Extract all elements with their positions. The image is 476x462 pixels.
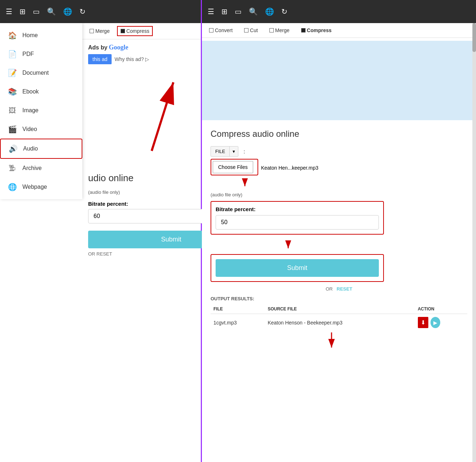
page-title-left: udio online	[88, 173, 195, 184]
sidebar-item-pdf[interactable]: 📄 PDF	[0, 45, 82, 64]
right-grid-icon[interactable]: ⊞	[221, 7, 228, 16]
document-icon: 📝	[7, 68, 17, 78]
sidebar-label-pdf: PDF	[22, 51, 34, 57]
compress-right-tab-label: Compress	[307, 27, 332, 33]
page-title-right: Compress audio online	[211, 129, 467, 139]
right-tabs: Convert Cut Merge Compress	[202, 23, 476, 38]
left-tabs: Merge Compress	[82, 23, 201, 39]
choose-files-wrapper: Choose Files	[211, 159, 258, 175]
sidebar-item-ebook[interactable]: 📚 Ebook	[0, 82, 82, 101]
translate-icon[interactable]: 🌐	[63, 7, 72, 16]
sidebar-label-ebook: Ebook	[22, 88, 39, 95]
sidebar-item-archive[interactable]: 🗜 Archive	[0, 159, 82, 178]
scrollbar[interactable]	[472, 23, 476, 462]
submit-arrow	[283, 240, 294, 251]
sidebar-label-audio: Audio	[23, 145, 38, 152]
file-colon: :	[243, 149, 245, 154]
pdf-icon: 📄	[7, 49, 17, 59]
tab-merge[interactable]: Merge	[87, 26, 113, 36]
refresh-icon[interactable]: ↻	[79, 7, 86, 16]
bitrate-box: Bitrate percent:	[211, 201, 384, 235]
output-file: 1cgvt.mp3	[211, 314, 265, 331]
left-main-content: Ads by Google this ad Why this ad? ▷ udi…	[82, 39, 201, 261]
cut-tab-label: Cut	[250, 27, 258, 33]
arrow-area	[88, 71, 195, 158]
output-source: Keaton Henson - Beekeeper.mp3	[265, 314, 415, 331]
compress-tab-label: Compress	[126, 28, 150, 34]
merge-checkbox	[90, 29, 94, 33]
tab-merge-right[interactable]: Merge	[267, 26, 293, 35]
search-icon[interactable]: 🔍	[47, 7, 56, 16]
bitrate-label-left: Bitrate percent:	[88, 201, 195, 207]
compress-checkbox	[121, 29, 125, 33]
right-toolbar: ☰ ⊞ ▭ 🔍 🌐 ↻	[202, 0, 476, 23]
play-button[interactable]: ▶	[430, 317, 440, 328]
file-btn-group: FILE ▾	[211, 146, 238, 157]
right-tablet-icon[interactable]: ▭	[235, 7, 242, 16]
submit-box: Submit	[211, 254, 384, 282]
sidebar-item-audio[interactable]: 🔊 Audio	[0, 139, 82, 159]
tab-compress-right[interactable]: Compress	[298, 26, 334, 35]
or-reset-left: OR RESET	[88, 251, 195, 257]
output-row: 1cgvt.mp3 Keaton Henson - Beekeeper.mp3 …	[211, 314, 467, 331]
right-hamburger-icon[interactable]: ☰	[208, 7, 214, 16]
sidebar-item-webpage[interactable]: 🌐 Webpage	[0, 178, 82, 196]
reset-link[interactable]: RESET	[337, 286, 352, 292]
file-dropdown[interactable]: ▾	[230, 147, 238, 156]
chosen-file-name: Keaton Hen...keeper.mp3	[261, 165, 319, 171]
download-button[interactable]: ⬇	[418, 317, 428, 328]
tab-compress[interactable]: Compress	[117, 26, 153, 36]
annotation-arrow-left	[116, 71, 188, 158]
sidebar-item-video[interactable]: 🎬 Video	[0, 120, 82, 139]
arrow-choose-files	[239, 178, 467, 191]
convert-tab-label: Convert	[215, 27, 233, 33]
scrollbar-thumb[interactable]	[472, 23, 476, 52]
output-section: OUTPUT RESULTS: FILE SOURCE FILE ACTION …	[211, 296, 467, 352]
col-file: FILE	[211, 304, 265, 314]
or-reset-right: OR RESET	[211, 286, 467, 292]
arrow-download	[326, 332, 467, 352]
tab-convert[interactable]: Convert	[206, 26, 235, 35]
merge-right-checkbox	[269, 28, 274, 32]
ads-by-text: Ads by Google	[88, 44, 195, 51]
sidebar-item-image[interactable]: 🖼 Image	[0, 101, 82, 120]
hamburger-icon[interactable]: ☰	[6, 7, 12, 16]
grid-icon[interactable]: ⊞	[20, 7, 26, 16]
action-buttons: ⬇ ▶	[418, 317, 464, 328]
right-translate-icon[interactable]: 🌐	[265, 7, 274, 16]
left-toolbar: ☰ ⊞ ▭ 🔍 🌐 ↻	[0, 0, 201, 23]
right-panel: ☰ ⊞ ▭ 🔍 🌐 ↻ Convert Cut Merge Compress C…	[202, 0, 476, 462]
cut-checkbox	[244, 28, 248, 32]
sidebar-label-image: Image	[22, 107, 38, 114]
right-search-icon[interactable]: 🔍	[249, 7, 258, 16]
ad-area-right	[202, 41, 476, 120]
tablet-icon[interactable]: ▭	[33, 7, 40, 16]
audio-only-left: (audio file only)	[88, 189, 195, 195]
ebook-icon: 📚	[7, 87, 17, 97]
bitrate-input-right[interactable]	[216, 215, 379, 230]
sidebar-label-archive: Archive	[22, 165, 42, 171]
submit-button-right[interactable]: Submit	[216, 259, 379, 277]
file-row: FILE ▾ :	[211, 146, 467, 157]
sidebar-label-video: Video	[22, 126, 37, 132]
left-panel: ☰ ⊞ ▭ 🔍 🌐 ↻ 🏠 Home 📄 PDF 📝 Document 📚 Eb…	[0, 0, 202, 462]
audio-only-right: (audio file only)	[211, 192, 467, 197]
choose-files-button[interactable]: Choose Files	[213, 161, 253, 173]
choose-files-row: Choose Files Keaton Hen...keeper.mp3	[211, 159, 467, 177]
sidebar-item-home[interactable]: 🏠 Home	[0, 26, 82, 45]
this-ad-button[interactable]: this ad	[88, 54, 112, 64]
why-ad-link[interactable]: Why this ad? ▷	[114, 56, 149, 62]
sidebar-label-home: Home	[22, 32, 38, 39]
tab-cut[interactable]: Cut	[241, 26, 261, 35]
file-label: FILE	[211, 147, 230, 156]
output-table: FILE SOURCE FILE ACTION 1cgvt.mp3 Keaton…	[211, 304, 467, 331]
sidebar-item-document[interactable]: 📝 Document	[0, 64, 82, 82]
bitrate-label-right: Bitrate percent:	[216, 206, 379, 212]
svg-line-1	[152, 82, 173, 151]
right-refresh-icon[interactable]: ↻	[281, 7, 287, 16]
output-action: ⬇ ▶	[415, 314, 467, 331]
col-action: ACTION	[415, 304, 467, 314]
left-sidebar: 🏠 Home 📄 PDF 📝 Document 📚 Ebook 🖼 Image …	[0, 23, 82, 199]
video-icon: 🎬	[7, 124, 17, 134]
merge-tab-label: Merge	[95, 28, 110, 34]
